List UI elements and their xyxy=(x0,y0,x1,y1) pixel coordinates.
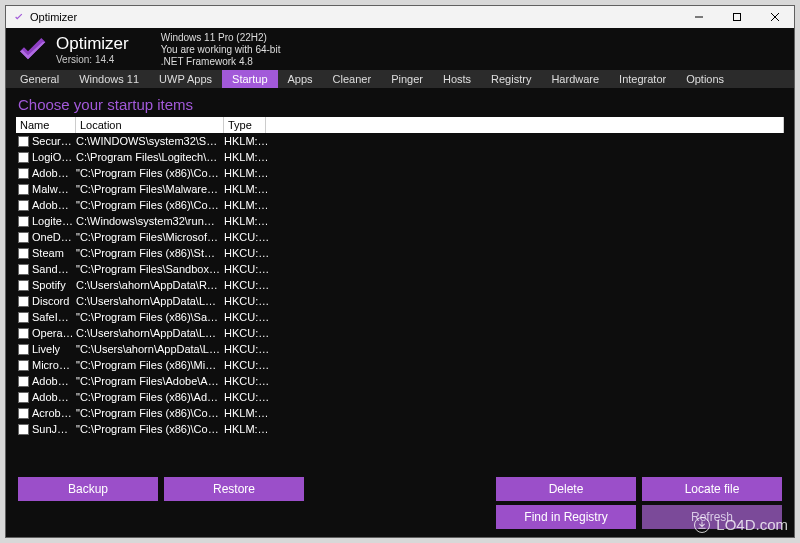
row-checkbox[interactable] xyxy=(18,376,29,387)
row-checkbox[interactable] xyxy=(18,312,29,323)
refresh-button[interactable]: Refresh xyxy=(642,505,782,529)
row-name: OneDrive xyxy=(32,231,76,243)
column-header-name[interactable]: Name xyxy=(16,117,76,133)
table-row[interactable]: AdobeG…"C:\Program Files (x86)\Comm…HKLM… xyxy=(16,165,784,181)
section-title: Choose your startup items xyxy=(18,96,784,113)
minimize-button[interactable] xyxy=(680,6,718,28)
row-location: "C:\Program Files (x86)\Micros… xyxy=(76,359,224,371)
tab-startup[interactable]: Startup xyxy=(222,70,277,88)
table-row[interactable]: Steam"C:\Program Files (x86)\Steam\…HKCU… xyxy=(16,245,784,261)
row-type: HKLM:… xyxy=(224,135,274,147)
row-location: C:\Users\ahorn\AppData\Local… xyxy=(76,327,224,339)
table-row[interactable]: Opera B…C:\Users\ahorn\AppData\Local…HKC… xyxy=(16,325,784,341)
tab-cleaner[interactable]: Cleaner xyxy=(323,70,382,88)
row-checkbox[interactable] xyxy=(18,424,29,435)
arch-line: You are working with 64-bit xyxy=(161,44,281,56)
table-row[interactable]: Sandbo…"C:\Program Files\Sandboxie-P…HKC… xyxy=(16,261,784,277)
column-header-location[interactable]: Location xyxy=(76,117,224,133)
table-body: Security…C:\WINDOWS\system32\Securi…HKLM… xyxy=(16,133,784,437)
tab-windows-11[interactable]: Windows 11 xyxy=(69,70,149,88)
delete-button[interactable]: Delete xyxy=(496,477,636,501)
button-bar: Backup Restore Delete Locate file Find i… xyxy=(16,473,784,531)
row-checkbox[interactable] xyxy=(18,408,29,419)
row-type: HKCU:… xyxy=(224,311,274,323)
find-in-registry-button[interactable]: Find in Registry xyxy=(496,505,636,529)
row-checkbox[interactable] xyxy=(18,328,29,339)
maximize-button[interactable] xyxy=(718,6,756,28)
tab-options[interactable]: Options xyxy=(676,70,734,88)
tab-registry[interactable]: Registry xyxy=(481,70,541,88)
table-row[interactable]: SunJava…"C:\Program Files (x86)\Comm…HKL… xyxy=(16,421,784,437)
row-type: HKCU:… xyxy=(224,263,274,275)
startup-table: Name Location Type Security…C:\WINDOWS\s… xyxy=(16,117,784,473)
row-type: HKCU:… xyxy=(224,359,274,371)
row-type: HKLM:… xyxy=(224,151,274,163)
tab-integrator[interactable]: Integrator xyxy=(609,70,676,88)
column-header-type[interactable]: Type xyxy=(224,117,266,133)
row-location: C:\Users\ahorn\AppData\Local… xyxy=(76,295,224,307)
table-row[interactable]: Adobe …"C:\Program Files\Adobe\Adob…HKCU… xyxy=(16,373,784,389)
table-row[interactable]: LogiOpt…C:\Program Files\Logitech\Logi…H… xyxy=(16,149,784,165)
row-location: C:\Users\ahorn\AppData\Roam… xyxy=(76,279,224,291)
row-checkbox[interactable] xyxy=(18,360,29,371)
tab-general[interactable]: General xyxy=(10,70,69,88)
tab-uwp-apps[interactable]: UWP Apps xyxy=(149,70,222,88)
row-name: Malwar… xyxy=(32,183,76,195)
row-location: "C:\Program Files\Microsoft O… xyxy=(76,231,224,243)
table-row[interactable]: DiscordC:\Users\ahorn\AppData\Local…HKCU… xyxy=(16,293,784,309)
content: Choose your startup items Name Location … xyxy=(6,88,794,537)
table-row[interactable]: Acrobat…"C:\Program Files (x86)\Comm…HKL… xyxy=(16,405,784,421)
row-location: "C:\Program Files (x86)\Comm… xyxy=(76,423,224,435)
row-type: HKCU:… xyxy=(224,279,274,291)
row-checkbox[interactable] xyxy=(18,248,29,259)
app-window: Optimizer Optimizer Version: 14.4 Window… xyxy=(5,5,795,538)
table-row[interactable]: Malwar…"C:\Program Files\Malwarebyte…HKL… xyxy=(16,181,784,197)
system-info: Windows 11 Pro (22H2) You are working wi… xyxy=(161,32,281,68)
table-row[interactable]: Lively"C:\Users\ahorn\AppData\Loca…HKCU:… xyxy=(16,341,784,357)
row-checkbox[interactable] xyxy=(18,280,29,291)
row-type: HKCU:… xyxy=(224,343,274,355)
row-checkbox[interactable] xyxy=(18,232,29,243)
table-row[interactable]: AdobeA…"C:\Program Files (x86)\Comm…HKLM… xyxy=(16,197,784,213)
app-icon xyxy=(12,10,26,24)
row-checkbox[interactable] xyxy=(18,296,29,307)
row-checkbox[interactable] xyxy=(18,168,29,179)
row-name: Opera B… xyxy=(32,327,76,339)
row-name: Sandbo… xyxy=(32,263,76,275)
close-button[interactable] xyxy=(756,6,794,28)
table-row[interactable]: Security…C:\WINDOWS\system32\Securi…HKLM… xyxy=(16,133,784,149)
row-checkbox[interactable] xyxy=(18,152,29,163)
row-name: Lively xyxy=(32,343,76,355)
tab-pinger[interactable]: Pinger xyxy=(381,70,433,88)
logo-checkmark-icon xyxy=(16,34,48,66)
table-row[interactable]: Logitec…C:\Windows\system32\rundll32…HKL… xyxy=(16,213,784,229)
locate-file-button[interactable]: Locate file xyxy=(642,477,782,501)
row-location: C:\Windows\system32\rundll32… xyxy=(76,215,224,227)
app-info: Optimizer Version: 14.4 xyxy=(56,35,129,65)
table-row[interactable]: SafeInCl…"C:\Program Files (x86)\Safe In… xyxy=(16,309,784,325)
row-type: HKCU:… xyxy=(224,295,274,307)
titlebar: Optimizer xyxy=(6,6,794,28)
row-location: "C:\Program Files (x86)\Comm… xyxy=(76,167,224,179)
row-checkbox[interactable] xyxy=(18,216,29,227)
row-checkbox[interactable] xyxy=(18,264,29,275)
row-checkbox[interactable] xyxy=(18,344,29,355)
restore-button[interactable]: Restore xyxy=(164,477,304,501)
row-checkbox[interactable] xyxy=(18,136,29,147)
tab-hosts[interactable]: Hosts xyxy=(433,70,481,88)
row-checkbox[interactable] xyxy=(18,392,29,403)
tab-apps[interactable]: Apps xyxy=(278,70,323,88)
row-checkbox[interactable] xyxy=(18,200,29,211)
row-name: Steam xyxy=(32,247,76,259)
table-row[interactable]: OneDrive"C:\Program Files\Microsoft O…HK… xyxy=(16,229,784,245)
tab-hardware[interactable]: Hardware xyxy=(541,70,609,88)
table-row[interactable]: Adobe …"C:\Program Files (x86)\Adobe\…HK… xyxy=(16,389,784,405)
row-checkbox[interactable] xyxy=(18,184,29,195)
table-row[interactable]: Microso…"C:\Program Files (x86)\Micros…H… xyxy=(16,357,784,373)
tab-bar: GeneralWindows 11UWP AppsStartupAppsClea… xyxy=(6,70,794,88)
app-name: Optimizer xyxy=(56,35,129,54)
row-location: "C:\Program Files\Sandboxie-P… xyxy=(76,263,224,275)
backup-button[interactable]: Backup xyxy=(18,477,158,501)
row-location: "C:\Program Files (x86)\Comm… xyxy=(76,407,224,419)
table-row[interactable]: SpotifyC:\Users\ahorn\AppData\Roam…HKCU:… xyxy=(16,277,784,293)
